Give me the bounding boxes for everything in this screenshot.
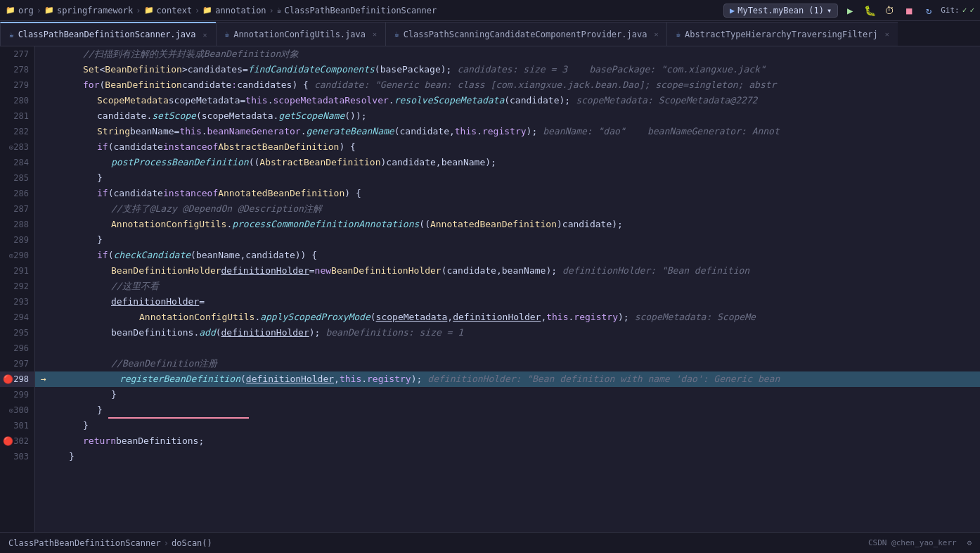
java-icon: ☕ [9, 30, 14, 39]
line-gutter: 277 278 279 280 281 282 ⊙ 283 284 285 28… [0, 46, 35, 532]
status-breadcrumb: ClassPathBeanDefinitionScanner › doScan(… [8, 538, 212, 548]
gutter-303: 303 [0, 449, 34, 464]
breadcrumb-springframework[interactable]: 📁 springframework [44, 6, 133, 15]
breakpoint-icon: ⊙ [9, 143, 14, 152]
hint-295: beanDefinitions: size = 1 [325, 325, 463, 341]
watermark-text: CSDN @chen_yao_kerr [868, 538, 957, 547]
breakpoint-icon-290: ⊙ [9, 251, 14, 260]
top-bar: 📁 org › 📁 springframework › 📁 context › … [0, 0, 980, 21]
line-num-298: 298 [13, 374, 29, 384]
tab-classpathscanning-label: ClassPathScanningCandidateComponentProvi… [404, 30, 647, 39]
tab-classpathscanning[interactable]: ☕ ClassPathScanningCandidateComponentPro… [385, 22, 666, 46]
gutter-291: 291 [0, 263, 34, 279]
line-num-292: 292 [13, 281, 29, 291]
status-method-name: doScan() [172, 538, 212, 548]
code-line-295: beanDefinitions.add(definitionHolder); b… [35, 325, 980, 341]
breadcrumb-context[interactable]: 📁 context [144, 6, 193, 15]
line-num-278: 278 [13, 65, 29, 75]
gutter-281: 281 [0, 108, 34, 124]
gutter-299: 299 [0, 387, 34, 402]
gutter-290: ⊙ 290 [0, 248, 34, 263]
code-line-302: return beanDefinitions; [35, 433, 980, 449]
code-line-284: postProcessBeanDefinition((AbstractBeanD… [35, 155, 980, 170]
close-tab-button[interactable]: ✕ [654, 30, 658, 38]
line-num-290: 290 [13, 250, 29, 260]
tab-classpathbeanscanner[interactable]: ☕ ClassPathBeanDefinitionScanner.java ✕ [0, 22, 216, 46]
gutter-285: 285 [0, 170, 34, 186]
breadcrumb-org[interactable]: 📁 org [6, 6, 34, 15]
line-num-281: 281 [13, 111, 29, 121]
code-content[interactable]: //扫描到有注解的关并封装成BeanDefinition对象 Set<BeanD… [35, 46, 980, 532]
java-icon: ☕ [394, 30, 399, 39]
code-line-293: definitionHolder = [35, 294, 980, 310]
breadcrumb: 📁 org › 📁 springframework › 📁 context › … [6, 6, 437, 15]
line-num-296: 296 [13, 343, 29, 353]
close-tab-button[interactable]: ✕ [885, 30, 889, 38]
run-controls: ▶ MyTest.myBean (1) ▾ ▶ 🐛 ⏱ ■ ↻ Git: ✓ ✓ [723, 3, 974, 18]
breadcrumb-context-label: context [157, 6, 193, 15]
git-check2: ✓ [969, 6, 974, 15]
gutter-283: ⊙ 283 [0, 139, 34, 155]
profile-button[interactable]: ⏱ [882, 3, 897, 18]
line-num-287: 287 [13, 204, 29, 214]
gutter-287: 287 [0, 201, 34, 217]
breakpoint-icon-300: ⊙ [9, 406, 14, 415]
line-num-295: 295 [13, 328, 29, 338]
breadcrumb-annotation[interactable]: 📁 annotation [202, 6, 266, 15]
line-num-289: 289 [13, 235, 29, 245]
code-line-277: //扫描到有注解的关并封装成BeanDefinition对象 [35, 46, 980, 62]
folder-icon: 📁 [44, 6, 54, 15]
gutter-286: 286 [0, 186, 34, 201]
breadcrumb-class[interactable]: ☕ ClassPathBeanDefinitionScanner [277, 6, 437, 15]
folder-icon: 📁 [202, 6, 212, 15]
tabs-bar: ☕ ClassPathBeanDefinitionScanner.java ✕ … [0, 21, 980, 46]
code-editor[interactable]: 277 278 279 280 281 282 ⊙ 283 284 285 28… [0, 46, 980, 532]
status-bar: ClassPathBeanDefinitionScanner › doScan(… [0, 532, 980, 553]
step-over-button[interactable]: ↻ [921, 3, 936, 18]
code-line-301: } [35, 418, 980, 433]
hint-279: candidate: "Generic bean: class [com.xia… [314, 77, 776, 93]
settings-icon[interactable]: ⚙ [967, 538, 972, 547]
line-num-299: 299 [13, 390, 29, 400]
gutter-302: 🔴 302 [0, 433, 34, 449]
line-num-294: 294 [13, 312, 29, 322]
code-line-281: candidate.setScope(scopeMetadata.getScop… [35, 108, 980, 124]
breadcrumb-springframework-label: springframework [57, 6, 133, 15]
hint-282: beanName: "dao" beanNameGenerator: Annot [543, 124, 780, 139]
run-button[interactable]: ▶ [842, 3, 858, 18]
debug-arrow-icon: → [41, 371, 46, 387]
run-config-label: MyTest.myBean (1) [737, 6, 824, 15]
breakpoint-icon-302: 🔴 [3, 436, 13, 446]
debug-button[interactable]: 🐛 [862, 3, 877, 18]
code-line-290: if (checkCandidate(beanName, candidate))… [35, 248, 980, 263]
run-config-selector[interactable]: ▶ MyTest.myBean (1) ▾ [723, 4, 838, 18]
close-tab-button[interactable]: ✕ [203, 31, 207, 39]
close-tab-button[interactable]: ✕ [373, 30, 377, 38]
code-line-282: String beanName = this.beanNameGenerator… [35, 124, 980, 139]
watermark: CSDN @chen_yao_kerr ⚙ [868, 538, 972, 547]
tab-abstracttype[interactable]: ☕ AbstractTypeHierarchyTraversingFilterj… [666, 22, 897, 46]
line-num-288: 288 [13, 220, 29, 229]
gutter-279: 279 [0, 77, 34, 93]
comment-277: //扫描到有注解的关并封装成BeanDefinition对象 [83, 46, 299, 62]
code-line-297: //BeanDefinition注册 [35, 356, 980, 371]
tab-classpathbeanscanner-label: ClassPathBeanDefinitionScanner.java [18, 30, 196, 39]
code-line-292: //这里不看 [35, 279, 980, 294]
tab-annotationconfigutils[interactable]: ☕ AnnotationConfigUtils.java ✕ [216, 22, 386, 46]
gutter-292: 292 [0, 279, 34, 294]
code-line-289: } [35, 232, 980, 248]
code-line-291: BeanDefinitionHolder definitionHolder = … [35, 263, 980, 279]
hint-280: scopeMetadata: ScopeMetadata@2272 [576, 93, 757, 108]
hint-294: scopeMetadata: ScopeMe [635, 310, 756, 325]
stop-button[interactable]: ■ [901, 3, 917, 18]
breakpoint-icon-298: 🔴 [3, 374, 13, 384]
gutter-284: 284 [0, 155, 34, 170]
main-area: 277 278 279 280 281 282 ⊙ 283 284 285 28… [0, 46, 980, 532]
code-line-286: if (candidate instanceof AnnotatedBeanDe… [35, 186, 980, 201]
git-check1: ✓ [962, 6, 967, 15]
run-config-icon: ▶ [730, 6, 735, 15]
tab-abstracttype-label: AbstractTypeHierarchyTraversingFilterj [685, 30, 878, 39]
gutter-294: 294 [0, 310, 34, 325]
code-line-303: } [35, 449, 980, 464]
line-num-291: 291 [13, 266, 29, 276]
